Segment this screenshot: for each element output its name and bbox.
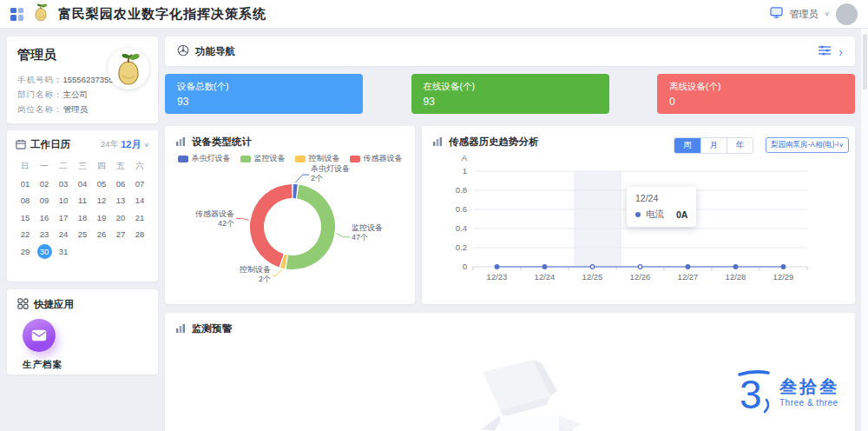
calendar-day[interactable]: 07 (130, 176, 149, 193)
calendar-day-number[interactable]: 17 (59, 213, 69, 222)
calendar-day-number[interactable]: 09 (40, 196, 49, 205)
calendar-day[interactable]: 10 (54, 192, 73, 209)
calendar-day-number[interactable]: 19 (97, 213, 107, 222)
svg-text:0.4: 0.4 (456, 223, 467, 233)
calendar-day[interactable]: 27 (111, 226, 130, 243)
bar-chart-icon (175, 323, 186, 335)
calendar-day-number[interactable]: 02 (40, 179, 49, 189)
chevron-down-icon[interactable]: ∨ (824, 10, 830, 17)
calendar-day-number[interactable]: 03 (59, 179, 69, 189)
calendar-day[interactable]: 26 (92, 226, 111, 243)
calendar-day-number[interactable]: 12 (97, 196, 107, 205)
data-point[interactable] (590, 265, 595, 269)
calendar-day[interactable]: 13 (111, 192, 130, 209)
app-production-archive[interactable]: 生产档案 (23, 319, 68, 371)
calendar-day[interactable]: 18 (73, 209, 92, 227)
chevron-right-icon[interactable]: › (839, 45, 843, 58)
calendar-day[interactable]: 05 (92, 176, 111, 193)
label-leader-line (273, 270, 282, 276)
calendar-day[interactable]: 25 (73, 226, 92, 243)
calendar-day[interactable]: 20 (111, 209, 130, 227)
data-point[interactable] (686, 265, 690, 269)
calendar-day-number[interactable]: 04 (78, 179, 88, 189)
calendar-day[interactable]: 28 (130, 226, 149, 243)
calendar-day-number[interactable]: 23 (40, 229, 49, 239)
profile-field-value: 管理员 (63, 104, 89, 114)
calendar-day[interactable]: 23 (35, 226, 54, 243)
calendar-day[interactable]: 30 (35, 243, 54, 261)
calendar-day[interactable]: 08 (16, 192, 35, 209)
calendar-day-number[interactable]: 21 (135, 213, 145, 222)
calendar-day-number[interactable]: 10 (59, 196, 69, 205)
calendar-day[interactable]: 06 (111, 176, 130, 193)
calendar-day[interactable]: 01 (16, 176, 35, 193)
sliders-icon[interactable] (819, 43, 831, 59)
donut-chart[interactable]: 杀虫灯设备2个监控设备47个控制设备2个传感器设备42个 (165, 126, 415, 304)
scrollbar-track[interactable] (860, 29, 868, 431)
calendar-day-number[interactable]: 29 (21, 247, 30, 256)
data-point[interactable] (495, 265, 499, 269)
calendar-day-number[interactable]: 16 (40, 213, 49, 222)
profile-field-value: 15556237355 (63, 75, 114, 84)
calendar-day[interactable]: 15 (16, 209, 35, 227)
calendar-day[interactable]: 14 (130, 192, 149, 209)
calendar-day[interactable]: 09 (35, 192, 54, 209)
calendar-day-number[interactable]: 22 (21, 229, 30, 239)
calendar-day[interactable]: 19 (92, 209, 111, 227)
calendar-day-number[interactable]: 14 (135, 196, 145, 205)
data-point[interactable] (638, 265, 642, 269)
stat-card[interactable]: 设备总数(个)93 (165, 74, 363, 114)
data-point[interactable] (733, 265, 738, 269)
user-menu-label[interactable]: 管理员 (789, 8, 818, 21)
calendar-day-number[interactable]: 07 (135, 179, 145, 189)
calendar-day-selected[interactable]: 30 (37, 244, 52, 259)
calendar-day-number[interactable]: 05 (97, 179, 107, 189)
calendar-day[interactable]: 29 (16, 243, 35, 261)
calendar-day[interactable]: 17 (54, 209, 73, 227)
calendar-day-number[interactable]: 11 (78, 196, 87, 205)
apps-grid-icon[interactable] (10, 8, 23, 21)
calendar-day[interactable]: 04 (73, 176, 92, 193)
calendar-day-number[interactable]: 28 (135, 229, 145, 239)
calendar-day-number[interactable]: 31 (59, 247, 69, 256)
device-type-card: 设备类型统计 杀虫灯设备监控设备控制设备传感器设备 杀虫灯设备2个监控设备47个… (165, 126, 415, 304)
calendar-day-number[interactable]: 01 (21, 179, 30, 189)
profile-field-value: 主公司 (63, 90, 89, 99)
calendar-day-number[interactable]: 06 (116, 179, 126, 189)
calendar-day-number[interactable]: 20 (116, 213, 126, 222)
calendar-day[interactable]: 03 (54, 176, 73, 193)
calendar-weekday: 三 (73, 158, 92, 176)
calendar-day-number[interactable]: 25 (78, 229, 88, 239)
monitor-icon[interactable] (770, 6, 783, 22)
stat-card[interactable]: 离线设备(个)0 (657, 74, 855, 114)
calendar-day[interactable]: 02 (35, 176, 54, 193)
calendar-weekday: 二 (54, 158, 73, 176)
brand-name: 叁拾叁 (779, 377, 839, 396)
donut-label: 监控设备47个 (352, 223, 383, 242)
calendar-day[interactable]: 12 (92, 192, 111, 209)
calendar-day[interactable]: 16 (35, 209, 54, 227)
calendar-day-number[interactable]: 18 (78, 213, 88, 222)
calendar-day-number[interactable]: 15 (21, 213, 30, 222)
donut-segment[interactable] (293, 184, 298, 198)
calendar-day-number[interactable]: 13 (116, 196, 126, 205)
data-point[interactable] (781, 265, 786, 269)
avatar[interactable] (836, 3, 858, 25)
calendar-day-number[interactable]: 26 (97, 229, 107, 239)
calendar-day-number[interactable]: 08 (21, 196, 30, 205)
calendar-day[interactable]: 11 (73, 192, 92, 209)
stat-card[interactable]: 在线设备(个)93 (411, 74, 609, 114)
calendar-day[interactable]: 24 (54, 226, 73, 243)
x-axis-label: 12/24 (535, 272, 556, 282)
scrollbar-thumb[interactable] (863, 34, 867, 90)
page-title: 富民梨园农业数字化指挥决策系统 (58, 6, 266, 23)
calendar-day-number[interactable]: 24 (59, 229, 69, 239)
calendar-day[interactable]: 21 (130, 209, 149, 227)
x-axis-label: 12/23 (487, 272, 508, 282)
calendar-day[interactable]: 22 (16, 226, 35, 243)
profile-avatar (108, 48, 149, 90)
calendar-day[interactable]: 31 (54, 243, 73, 261)
calendar-month-select[interactable]: 24年 12月 ∨ (101, 138, 149, 151)
data-point[interactable] (542, 265, 547, 269)
calendar-day-number[interactable]: 27 (116, 229, 126, 239)
